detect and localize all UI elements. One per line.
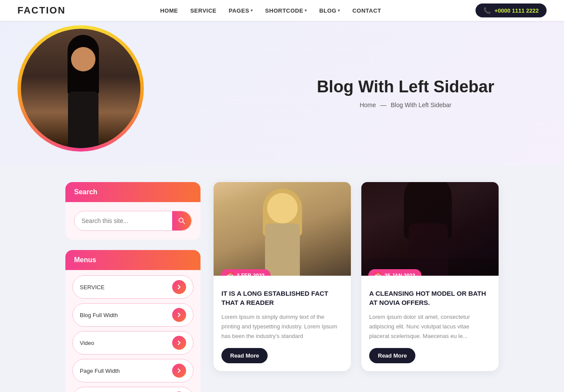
- card-date-badge: 📅 3 FEB 2023: [221, 269, 271, 276]
- chevron-down-icon: ▾: [251, 8, 253, 13]
- menu-arrow-icon: [172, 336, 186, 350]
- read-more-button[interactable]: Read More: [221, 348, 268, 363]
- search-widget: Search: [65, 182, 200, 240]
- card-excerpt: Lorem Ipsum is simply dummy text of the …: [221, 312, 343, 341]
- blog-card: 📅 25 JAN 2023 A CLEANSING HOT MODEL OR B…: [361, 182, 499, 371]
- cards-area: 📅 3 FEB 2023 IT IS A LONG ESTABLISHED FA…: [214, 182, 499, 392]
- menu-arrow-icon: [172, 364, 186, 378]
- page-title: Blog With Left Sidebar: [317, 78, 494, 96]
- search-widget-header: Search: [65, 182, 200, 202]
- nav-service[interactable]: SERVICE: [190, 7, 216, 14]
- menu-item[interactable]: Page Full Width: [72, 359, 194, 382]
- breadcrumb-arrow: —: [380, 101, 386, 108]
- calendar-icon: 📅: [227, 272, 234, 276]
- hero-section: Blog With Left Sidebar Home — Blog With …: [0, 21, 564, 165]
- menu-arrow-icon: [172, 308, 186, 322]
- card-image-1: 📅 3 FEB 2023: [214, 182, 351, 276]
- search-icon: [178, 217, 185, 224]
- nav-pages[interactable]: PAGES ▾: [229, 7, 253, 14]
- breadcrumb-current: Blog With Left Sidebar: [391, 101, 451, 108]
- card-date-badge: 📅 25 JAN 2023: [368, 269, 421, 276]
- chevron-down-icon: ▾: [305, 8, 307, 13]
- search-widget-body: [65, 202, 200, 240]
- menu-item[interactable]: Video: [72, 331, 194, 355]
- breadcrumb-home[interactable]: Home: [360, 101, 376, 108]
- card-image-2: 📅 25 JAN 2023: [361, 182, 499, 276]
- logo: FACTION: [17, 5, 66, 16]
- card-body: IT IS A LONG ESTABLISHED FACT THAT A REA…: [214, 276, 351, 371]
- card-excerpt: Lorem ipsum dolor sit amet, consectetur …: [369, 312, 491, 341]
- menus-widget-body: SERVICE Blog Full Width Video: [65, 270, 200, 392]
- header: FACTION HOME SERVICE PAGES ▾ SHORTCODE ▾…: [0, 0, 564, 21]
- search-button[interactable]: [172, 211, 191, 230]
- card-body: A CLEANSING HOT MODEL OR BATH AT NOVIA O…: [361, 276, 499, 371]
- person-figure: [57, 35, 109, 148]
- phone-button[interactable]: 📞 +0000 1111 2222: [476, 3, 547, 17]
- nav-shortcode[interactable]: SHORTCODE ▾: [265, 7, 307, 14]
- menu-item[interactable]: Sample Page: [72, 387, 194, 392]
- card-title: IT IS A LONG ESTABLISHED FACT THAT A REA…: [221, 289, 343, 307]
- breadcrumb: Home — Blog With Left Sidebar: [317, 101, 494, 108]
- svg-point-0: [179, 218, 183, 223]
- nav-home[interactable]: HOME: [160, 7, 178, 14]
- menus-widget-header: Menus: [65, 250, 200, 270]
- avatar-inner: [21, 29, 140, 148]
- menu-item[interactable]: Blog Full Width: [72, 303, 194, 327]
- calendar-icon: 📅: [374, 272, 381, 276]
- menu-arrow-icon: [172, 280, 186, 294]
- chevron-down-icon: ▾: [338, 8, 340, 13]
- hero-avatar: [17, 25, 148, 160]
- menu-item[interactable]: SERVICE: [72, 275, 194, 299]
- nav-contact[interactable]: CONTACT: [352, 7, 381, 14]
- nav-blog[interactable]: BLOG ▾: [319, 7, 340, 14]
- card-title: A CLEANSING HOT MODEL OR BATH AT NOVIA O…: [369, 289, 491, 307]
- hero-text: Blog With Left Sidebar Home — Blog With …: [317, 78, 494, 108]
- search-row: [74, 211, 192, 231]
- phone-icon: 📞: [483, 7, 491, 14]
- sidebar: Search Menus SERVICE: [65, 182, 200, 392]
- search-input[interactable]: [75, 213, 172, 229]
- menus-widget: Menus SERVICE Blog Full Width Video: [65, 250, 200, 392]
- svg-line-1: [183, 222, 185, 224]
- main-content: Search Menus SERVICE: [0, 165, 564, 392]
- blog-card: 📅 3 FEB 2023 IT IS A LONG ESTABLISHED FA…: [214, 182, 351, 371]
- read-more-button[interactable]: Read More: [369, 348, 415, 363]
- avatar-ring: [17, 25, 144, 152]
- main-nav: HOME SERVICE PAGES ▾ SHORTCODE ▾ BLOG ▾ …: [160, 7, 381, 14]
